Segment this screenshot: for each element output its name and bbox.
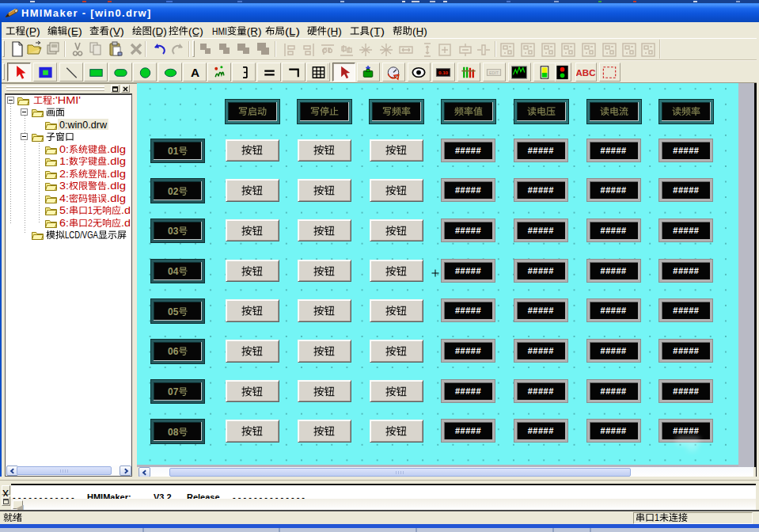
svg-text:ABC: ABC [576,68,595,78]
svg-text:1:: 1: [59,156,69,167]
svg-text:.dlg: .dlg [107,180,126,192]
svg-text:05: 05 [168,306,179,317]
svg-text:(R): (R) [247,25,262,36]
svg-text:(V): (V) [109,25,124,36]
svg-text:.dlg: .dlg [107,169,126,180]
svg-text:.d: .d [121,218,131,229]
svg-text:.d: .d [121,205,131,216]
svg-text:07: 07 [168,386,179,397]
svg-text:01: 01 [168,146,179,157]
svg-text:5:: 5: [59,205,69,216]
svg-text:(C): (C) [188,25,203,36]
svg-text:(H): (H) [412,25,427,36]
svg-text:0.10: 0.10 [438,70,449,75]
svg-text:1: 1 [655,512,659,523]
svg-text:(H): (H) [327,25,342,36]
svg-text:0:win0.drw: 0:win0.drw [59,120,107,131]
svg-text:0:: 0: [59,144,69,155]
svg-text:(E): (E) [67,25,82,36]
svg-text:A: A [191,66,199,79]
svg-text:1: 1 [88,205,93,216]
svg-text:.dlg: .dlg [107,144,126,155]
svg-text:03: 03 [168,226,179,237]
svg-text:(L): (L) [285,25,300,36]
svg-text:06: 06 [168,346,179,357]
svg-text:3:: 3: [59,180,69,192]
svg-text:6:: 6: [59,218,69,229]
svg-text:08: 08 [168,427,179,438]
svg-text::'HMI': :'HMI' [52,95,81,106]
svg-text:EDIT: EDIT [489,70,499,75]
svg-text:.dlg: .dlg [107,193,126,204]
svg-text:2:: 2: [59,169,69,180]
svg-text:04: 04 [168,266,179,277]
svg-text:.dlg: .dlg [107,156,126,167]
svg-text:(D): (D) [152,25,167,36]
svg-text:2: 2 [88,218,93,229]
svg-text:4:: 4: [59,193,69,204]
svg-text:(T): (T) [370,25,385,36]
svg-text:02: 02 [168,186,179,197]
svg-text:HMI: HMI [212,25,227,36]
svg-text:LCD/VGA: LCD/VGA [65,230,98,241]
svg-text:(P): (P) [25,25,40,36]
